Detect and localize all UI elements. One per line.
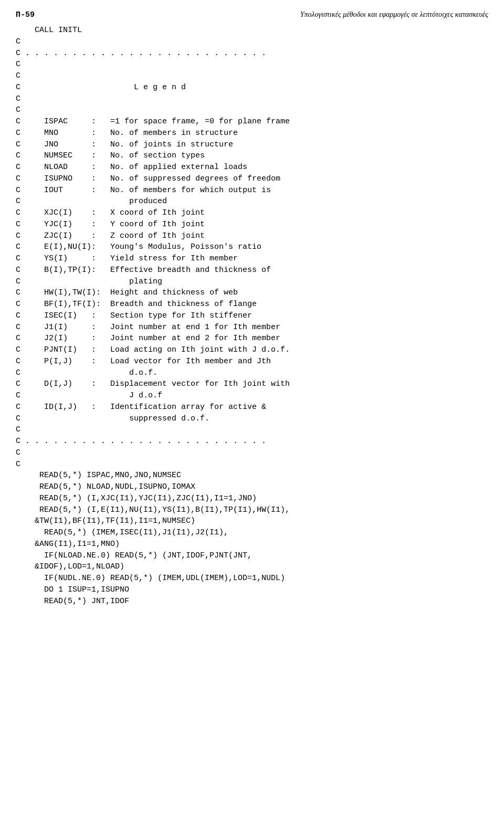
page-number: Π-59 (16, 10, 35, 19)
code-block: CALL INITL C C . . . . . . . . . . . . .… (16, 25, 488, 607)
page-header: Π-59 Υπολογιστικές μέθοδοι και εφαρμογές… (16, 10, 488, 19)
book-title: Υπολογιστικές μέθοδοι και εφαρμογές σε λ… (300, 10, 488, 19)
code-content: CALL INITL C C . . . . . . . . . . . . .… (16, 25, 488, 607)
